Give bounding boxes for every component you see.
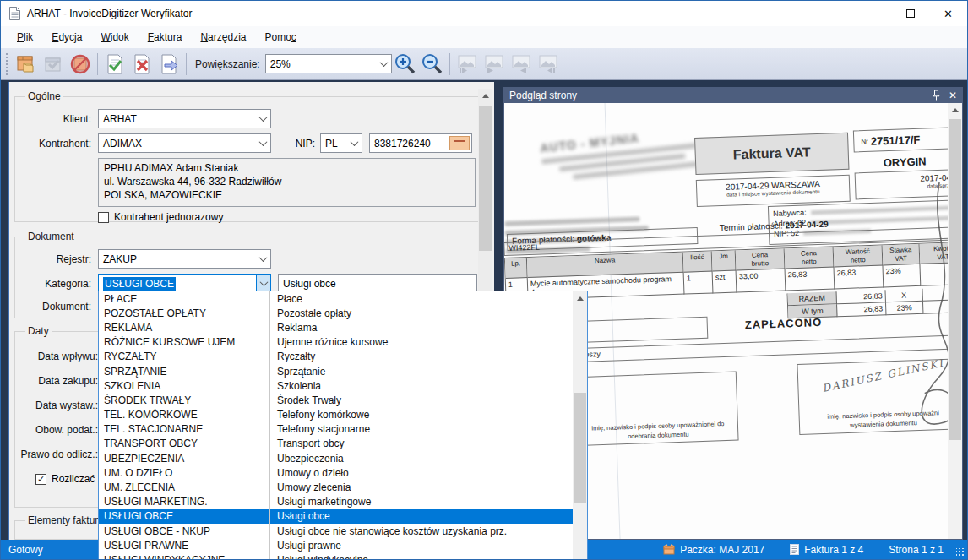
- minimize-icon: [867, 14, 877, 14]
- resize-grip[interactable]: [956, 548, 965, 557]
- oneoff-contractor-checkbox[interactable]: [98, 212, 109, 223]
- prev-image-button-disabled[interactable]: [481, 51, 508, 78]
- status-package: Paczka: MAJ 2017: [663, 544, 764, 556]
- close-preview-icon[interactable]: ✕: [949, 90, 957, 101]
- category-option[interactable]: USŁUGI PRAWNE Usługi prawne: [99, 538, 573, 552]
- category-option[interactable]: POZOSTAŁE OPŁATY Pozostałe opłaty: [99, 306, 573, 320]
- category-option[interactable]: USŁUGI OBCE Usługi obce: [99, 509, 573, 524]
- menu-item[interactable]: Narzędzia: [191, 28, 255, 46]
- table-cell: 26,83: [786, 268, 835, 291]
- forward-invoice-button[interactable]: [155, 51, 182, 78]
- next-image-button-disabled[interactable]: [508, 51, 535, 78]
- category-option[interactable]: TEL. KOMÓRKOWE Telefony komórkowe: [99, 408, 573, 422]
- register-combobox[interactable]: ZAKUP: [98, 249, 271, 269]
- dropdown-scrollbar-thumb[interactable]: [574, 393, 586, 503]
- register-label: Rejestr:: [20, 253, 91, 265]
- menu-item[interactable]: Widok: [91, 28, 138, 46]
- scroll-up-icon[interactable]: [948, 103, 962, 117]
- nip-action-button[interactable]: [449, 136, 470, 150]
- date-field-label: Prawo do odlicz.:: [20, 449, 98, 460]
- issue-date-box: 2017-04-29 WARSZAWA data i miejsce wysta…: [696, 175, 851, 207]
- dash-icon: [454, 140, 465, 142]
- dropdown-scrollbar[interactable]: [573, 291, 587, 560]
- nip-country-combobox[interactable]: PL: [320, 133, 362, 153]
- nip-value-field[interactable]: 8381726240: [369, 133, 472, 153]
- table-cell: szt: [713, 271, 737, 294]
- block-invoice-button[interactable]: [67, 51, 94, 78]
- category-option[interactable]: USŁUGI MARKETING. Usługi marketingowe: [99, 495, 573, 509]
- category-option[interactable]: UBEZPIECZENIA Ubezpieczenia: [99, 451, 573, 465]
- table-header-cell: Jm: [712, 250, 737, 271]
- menu-item[interactable]: Edycja: [42, 28, 91, 46]
- document-icon: [790, 544, 799, 555]
- chevron-down-icon[interactable]: [377, 55, 391, 73]
- category-option[interactable]: USŁUGI OBCE - NKUP Usługi obce nie stano…: [99, 524, 573, 538]
- toolbar-grip[interactable]: [5, 52, 9, 76]
- approve-invoice-button[interactable]: [101, 51, 128, 78]
- scroll-up-icon[interactable]: [478, 89, 492, 103]
- invoice-number: Nr2751/17/F: [853, 127, 962, 153]
- close-icon: ✕: [944, 8, 953, 19]
- settle-vat-label: Rozliczać: [52, 473, 95, 485]
- category-option[interactable]: TEL. STACJONARNE Telefony stacjonarne: [99, 422, 573, 437]
- category-option[interactable]: USŁUGI WINDYKACYJNE Usługi windykacyjne: [99, 552, 573, 560]
- forward-invoice-icon: [158, 53, 180, 75]
- pin-icon[interactable]: [933, 90, 940, 101]
- chevron-down-icon[interactable]: [256, 134, 270, 152]
- maximize-button[interactable]: [891, 1, 929, 26]
- toolbar-separator: [449, 53, 450, 75]
- zoom-out-button[interactable]: [419, 51, 446, 78]
- last-image-button-disabled[interactable]: [535, 51, 562, 78]
- title-bar: ARHAT - InvoiceDigitizer Weryfikator ✕: [1, 1, 967, 26]
- client-label: Klient:: [20, 113, 91, 125]
- zoom-label: Powiększanie:: [195, 58, 260, 70]
- category-option[interactable]: RYCZAŁTY Ryczałty: [99, 350, 573, 364]
- category-option[interactable]: UM. O DZIEŁO Umowy o dzieło: [99, 465, 573, 480]
- status-page: Strona 1 z 1: [889, 544, 944, 556]
- category-option[interactable]: PŁACE Płace: [99, 291, 573, 306]
- settle-vat-checkbox[interactable]: ✓: [35, 474, 46, 485]
- app-icon: [8, 7, 21, 20]
- category-option[interactable]: UM. ZLECENIA Umowy zlecenia: [99, 480, 573, 494]
- invoice-copy-type: ORYGIN: [854, 154, 955, 170]
- close-button[interactable]: ✕: [929, 1, 967, 26]
- new-package-icon: [15, 53, 37, 75]
- scroll-up-icon[interactable]: [573, 291, 587, 306]
- contractor-address-box: PPHU ADIMAX Adam Staniak ul. Warszawska …: [98, 158, 476, 207]
- chevron-down-icon[interactable]: [256, 275, 270, 292]
- form-scrollbar-thumb[interactable]: [479, 106, 492, 251]
- client-combobox[interactable]: ARHAT: [98, 109, 271, 128]
- oneoff-contractor-label: Kontrahent jednorazowy: [114, 211, 223, 223]
- status-invoice: Faktura 1 z 4: [790, 544, 863, 556]
- status-ready: Gotowy: [1, 544, 43, 556]
- minimize-button[interactable]: [853, 1, 891, 26]
- category-option[interactable]: TRANSPORT OBCY Transport obcy: [99, 437, 573, 451]
- category-option[interactable]: ŚRODEK TRWAŁY Środek Trwały: [99, 393, 573, 407]
- menu-item[interactable]: Pomoc: [255, 28, 305, 46]
- date-field-label: Data zakupu:: [20, 375, 98, 387]
- menu-item[interactable]: Faktura: [139, 28, 192, 46]
- chevron-down-icon[interactable]: [347, 134, 362, 152]
- category-option[interactable]: RÓŻNICE KURSOWE UJEM Ujemne różnice kurs…: [99, 335, 573, 350]
- first-image-button-disabled[interactable]: [454, 51, 481, 78]
- preview-scrollbar-thumb[interactable]: [949, 119, 961, 440]
- category-option[interactable]: SPRZĄTANIE Sprzątanie: [99, 364, 573, 378]
- preview-scrollbar[interactable]: [948, 103, 962, 539]
- reject-invoice-button[interactable]: [128, 51, 155, 78]
- zoom-combobox[interactable]: 25%: [265, 54, 392, 73]
- signature-box-receiver: imię, nazwisko i podpis osoby upoważnion…: [576, 372, 739, 447]
- contractor-combobox[interactable]: ADIMAX: [98, 133, 271, 153]
- confirm-package-button-disabled[interactable]: [40, 51, 67, 78]
- menu-item[interactable]: Plik: [8, 28, 42, 46]
- chevron-down-icon[interactable]: [256, 250, 270, 268]
- chevron-down-icon[interactable]: [256, 110, 270, 128]
- category-option[interactable]: REKLAMA Reklama: [99, 320, 573, 334]
- preview-header: Podgląd strony ✕: [503, 87, 963, 103]
- new-package-button[interactable]: [13, 51, 40, 78]
- reject-invoice-icon: [131, 53, 153, 75]
- category-dropdown-list: PŁACE Płace POZOSTAŁE OPŁATY Pozostałe o…: [98, 291, 588, 560]
- category-option[interactable]: SZKOLENIA Szkolenia: [99, 378, 573, 393]
- preview-title: Podgląd strony: [509, 90, 577, 101]
- zoom-in-button[interactable]: [392, 51, 419, 78]
- category-label: Kategoria:: [20, 278, 91, 290]
